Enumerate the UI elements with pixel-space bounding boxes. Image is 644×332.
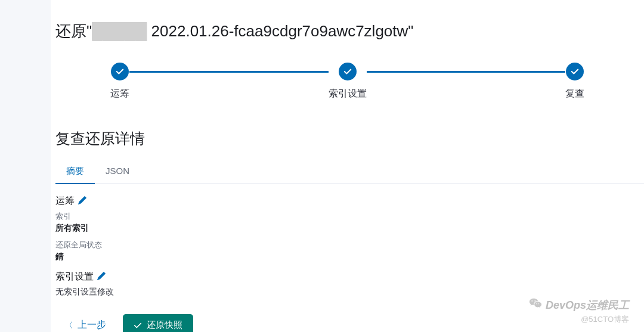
index-value: 所有索引 bbox=[55, 223, 644, 234]
check-icon bbox=[134, 321, 142, 330]
step-label: 运筹 bbox=[110, 88, 129, 100]
step-logistics[interactable]: 运筹 bbox=[110, 63, 129, 100]
title-suffix: 2022.01.26-fcaa9cdgr7o9awc7zlgotw" bbox=[151, 22, 414, 40]
check-icon bbox=[111, 63, 129, 80]
watermark: DevOps运维民工 @51CTO博客 bbox=[529, 297, 629, 325]
step-review[interactable]: 复查 bbox=[565, 63, 584, 100]
watermark-sub: @51CTO博客 bbox=[581, 314, 629, 325]
logistics-title: 运筹 bbox=[55, 195, 75, 207]
step-connector bbox=[129, 71, 329, 73]
index-label: 索引 bbox=[55, 211, 644, 222]
step-connector bbox=[367, 71, 566, 73]
restore-snapshot-button[interactable]: 还原快照 bbox=[123, 314, 193, 332]
detail-tabs: 摘要 JSON bbox=[55, 159, 644, 184]
watermark-main: DevOps运维民工 bbox=[529, 297, 629, 313]
step-label: 索引设置 bbox=[329, 88, 367, 100]
pencil-icon[interactable] bbox=[78, 196, 86, 206]
tab-summary[interactable]: 摘要 bbox=[55, 160, 95, 184]
index-settings-title: 索引设置 bbox=[55, 271, 94, 283]
check-icon bbox=[566, 63, 584, 80]
step-index-settings[interactable]: 索引设置 bbox=[329, 63, 367, 100]
step-label: 复查 bbox=[565, 88, 584, 100]
global-state-label: 还原全局状态 bbox=[55, 240, 644, 250]
back-button-label: 上一步 bbox=[78, 319, 106, 331]
check-icon bbox=[339, 63, 357, 80]
logistics-title-row: 运筹 bbox=[55, 195, 644, 207]
chevron-left-icon: 〈 bbox=[65, 320, 73, 331]
watermark-text: DevOps运维民工 bbox=[546, 298, 629, 312]
wechat-icon bbox=[529, 297, 542, 313]
summary-panel: 运筹 索引 所有索引 还原全局状态 錆 索引设置 无索引设置修改 bbox=[51, 184, 644, 297]
restore-button-label: 还原快照 bbox=[147, 319, 182, 331]
title-masked: █████ bbox=[92, 22, 147, 40]
no-changes-text: 无索引设置修改 bbox=[55, 287, 644, 297]
index-settings-block: 索引设置 无索引设置修改 bbox=[55, 271, 644, 297]
pencil-icon[interactable] bbox=[97, 272, 106, 282]
tab-json[interactable]: JSON bbox=[95, 160, 140, 184]
global-state-value: 錆 bbox=[55, 252, 644, 262]
progress-stepper: 运筹 索引设置 复查 bbox=[51, 57, 644, 112]
section-title: 复查还原详情 bbox=[51, 112, 644, 159]
page-title: 还原"█████ 2022.01.26-fcaa9cdgr7o9awc7zlgo… bbox=[51, 0, 644, 57]
logistics-block: 运筹 索引 所有索引 还原全局状态 錆 bbox=[55, 195, 644, 262]
back-button[interactable]: 〈 上一步 bbox=[58, 314, 113, 332]
title-prefix: 还原" bbox=[55, 22, 92, 40]
index-settings-title-row: 索引设置 bbox=[55, 271, 644, 283]
